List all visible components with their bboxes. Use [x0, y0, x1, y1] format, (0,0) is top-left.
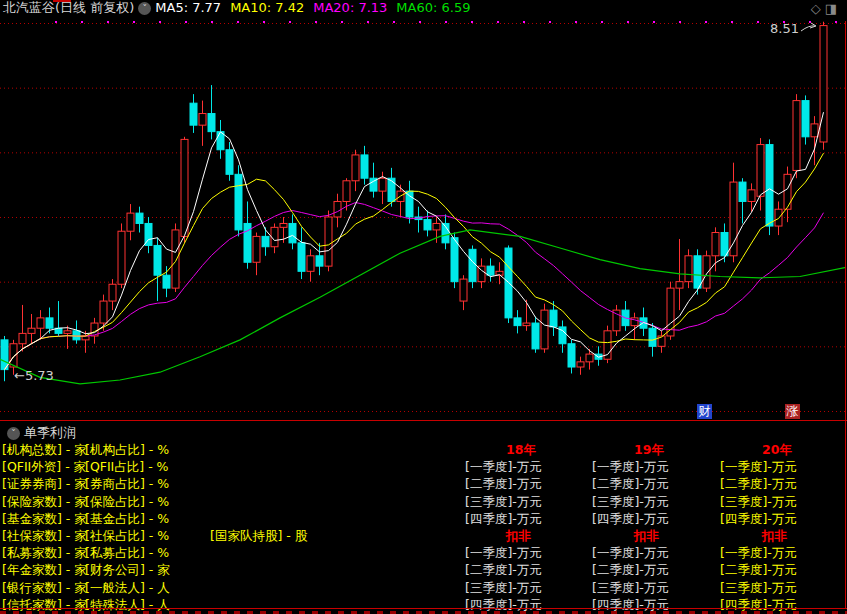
holder-count-label: [私募家数] - 家 — [2, 545, 87, 560]
ma-label-0: MA5: 7.77 — [155, 0, 221, 15]
quarter-deduct-label: [二季度]-万元 — [592, 562, 669, 577]
ma-label-1: MA10: 7.42 — [230, 0, 304, 15]
holder-ratio-label: [基金占比] - % — [85, 511, 169, 526]
holder-ratio-label: [QFII占比] - % — [85, 459, 169, 474]
quarter-deduct-label: [四季度]-万元 — [592, 597, 669, 612]
high-annotation-arrow — [801, 23, 816, 31]
holder-ratio-label: [特殊法人] - 人 — [85, 597, 170, 612]
year-header: 18年 — [506, 442, 536, 457]
holder-ratio-label: [机构占比] - % — [85, 442, 169, 457]
panel-title-row: ˅单季利润 — [3, 424, 76, 442]
quarter-deduct-label: [四季度]-万元 — [465, 597, 542, 612]
chart-right-border — [845, 21, 846, 609]
holder-count-label: [年金家数] - 家 — [2, 562, 87, 577]
split-window-icon[interactable]: ◨ — [825, 1, 841, 16]
trading-app-window: 北汽蓝谷(日线 前复权)˅MA5: 7.77MA10: 7.42MA20: 7.… — [0, 0, 847, 614]
ma-label-3: MA60: 6.59 — [396, 0, 470, 15]
holder-count-label: [保险家数] - 家 — [2, 494, 87, 509]
quarter-deduct-label: [三季度]-万元 — [592, 580, 669, 595]
holder-ratio-label: [私募占比] - % — [85, 545, 169, 560]
candlestick-chart[interactable] — [0, 0, 847, 420]
holder-ratio-label: [财务公司] - 家 — [85, 562, 170, 577]
ma20-clipped-dots — [55, 21, 837, 23]
holder-count-label: [机构总数] - 家 — [2, 442, 87, 457]
finance-badge[interactable]: 财 — [697, 404, 712, 419]
quarter-deduct-label: [三季度]-万元 — [720, 580, 797, 595]
chart-header: 北汽蓝谷(日线 前复权)˅MA5: 7.77MA10: 7.42MA20: 7.… — [0, 0, 847, 18]
deduct-nonrecurring-header: 扣非 — [634, 528, 659, 543]
holder-ratio-label: [一般法人] - 人 — [85, 580, 170, 595]
holder-count-label: [QFII外资] - 家 — [2, 459, 86, 474]
quarter-profit-label: [一季度]-万元 — [592, 459, 669, 474]
ma-label-2: MA20: 7.13 — [313, 0, 387, 15]
quarter-profit-label: [一季度]-万元 — [720, 459, 797, 474]
quarter-profit-label: [二季度]-万元 — [720, 476, 797, 491]
quarter-profit-label: [三季度]-万元 — [720, 494, 797, 509]
holder-count-label: [银行家数] - 家 — [2, 580, 87, 595]
year-header: 19年 — [634, 442, 664, 457]
quarter-profit-label: [二季度]-万元 — [592, 476, 669, 491]
holder-count-label: [社保家数] - 家 — [2, 528, 87, 543]
date-axis-line — [0, 608, 847, 609]
quarter-deduct-label: [四季度]-万元 — [720, 597, 797, 612]
quarter-deduct-label: [二季度]-万元 — [465, 562, 542, 577]
stock-title: 北汽蓝谷(日线 前复权) — [3, 0, 134, 15]
rise-badge[interactable]: 涨 — [785, 404, 800, 419]
holder-count-label: [信托家数] - 家 — [2, 597, 87, 612]
holder-ratio-label: [保险占比] - % — [85, 494, 169, 509]
deduct-nonrecurring-header: 扣非 — [506, 528, 531, 543]
ma5-line — [5, 112, 824, 369]
ma-indicator-labels: MA5: 7.77MA10: 7.42MA20: 7.13MA60: 6.59 — [155, 0, 479, 15]
chevron-down-icon[interactable]: ˅ — [7, 427, 20, 440]
holder-ratio-label: [社保占比] - % — [85, 528, 169, 543]
quarter-profit-label: [四季度]-万元 — [465, 511, 542, 526]
year-header: 20年 — [762, 442, 792, 457]
quarter-deduct-label: [二季度]-万元 — [720, 562, 797, 577]
quarter-profit-label: [四季度]-万元 — [592, 511, 669, 526]
candlestick-layer — [1, 22, 827, 382]
high-price-label: 8.51 — [770, 21, 799, 36]
panel-title: 单季利润 — [24, 425, 76, 440]
low-price-label: ←5.73 — [14, 368, 54, 383]
quarter-profit-label: [三季度]-万元 — [592, 494, 669, 509]
holder-count-label: [证券券商] - 家 — [2, 476, 87, 491]
quarter-deduct-label: [一季度]-万元 — [720, 545, 797, 560]
quarterly-profit-panel: ˅单季利润 [机构总数] - 家[机构占比] - %[QFII外资] - 家[Q… — [0, 420, 847, 614]
quarter-profit-label: [二季度]-万元 — [465, 476, 542, 491]
holder-ratio-label: [券商占比] - % — [85, 476, 169, 491]
chevron-down-icon[interactable]: ˅ — [138, 2, 151, 15]
diamond-icon[interactable]: ◇ — [811, 1, 825, 16]
quarter-deduct-label: [一季度]-万元 — [592, 545, 669, 560]
holder-count-label: [基金家数] - 家 — [2, 511, 87, 526]
quarter-deduct-label: [一季度]-万元 — [465, 545, 542, 560]
quarter-profit-label: [四季度]-万元 — [720, 511, 797, 526]
state-team-holding-label: [国家队持股] - 股 — [210, 528, 307, 543]
quarter-profit-label: [一季度]-万元 — [465, 459, 542, 474]
quarter-deduct-label: [三季度]-万元 — [465, 580, 542, 595]
deduct-nonrecurring-header: 扣非 — [762, 528, 787, 543]
quarter-profit-label: [三季度]-万元 — [465, 494, 542, 509]
header-icons: ◇◨ — [811, 1, 841, 17]
